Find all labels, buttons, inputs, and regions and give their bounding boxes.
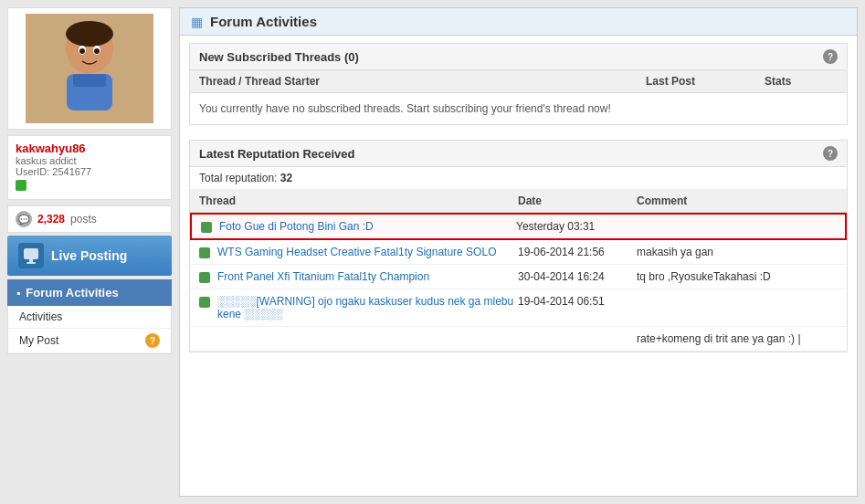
reputation-header: Latest Reputation Received ?: [190, 141, 847, 167]
rep-col-thread-header: Thread: [199, 194, 518, 207]
avatar: [26, 14, 153, 123]
reputation-title: Latest Reputation Received: [199, 147, 355, 161]
reputation-help-icon[interactable]: ?: [823, 146, 838, 161]
rep-thread-anchor-0[interactable]: Foto Gue di Potong Bini Gan :D: [219, 220, 374, 233]
posts-row: 💬 2,328 posts: [7, 205, 172, 233]
rep-col-date-header: Date: [518, 194, 637, 207]
svg-point-2: [66, 21, 113, 47]
rep-row-icon-1: [199, 247, 210, 258]
svg-rect-9: [24, 248, 38, 259]
rep-comment-2: tq bro ,RyosukeTakahasi :D: [637, 270, 838, 283]
subscribed-empty-message: You currently have no subscribed threads…: [190, 93, 847, 124]
subscribed-table-header: Thread / Thread Starter Last Post Stats: [190, 70, 847, 93]
rep-thread-anchor-3[interactable]: ░░░░░[WARNING] ojo ngaku kaskuser kudus …: [217, 295, 513, 320]
rep-thread-link-3: ░░░░░[WARNING] ojo ngaku kaskuser kudus …: [217, 295, 518, 320]
rep-thread-anchor-1[interactable]: WTS Gaming Headset Creative Fatal1ty Sig…: [217, 246, 496, 258]
mypost-help-icon[interactable]: ?: [145, 333, 160, 348]
sidebar: kakwahyu86 kaskus addict UserID: 2541677…: [7, 7, 172, 497]
rep-table-header: Thread Date Comment: [190, 190, 847, 213]
sidebar-item-mypost[interactable]: My Post ?: [8, 329, 171, 353]
forum-activities-icon: ▦: [191, 15, 203, 29]
rep-date-3: 19-04-2014 06:51: [518, 295, 637, 308]
rep-comment-1: makasih ya gan: [637, 246, 838, 258]
col-lastpost-header: Last Post: [646, 75, 765, 88]
subscribed-help-icon[interactable]: ?: [823, 49, 838, 64]
user-role: kaskus addict: [16, 155, 164, 166]
rep-col-comment-header: Comment: [637, 194, 838, 207]
col-thread-header: Thread / Thread Starter: [199, 75, 646, 88]
sidebar-item-activities[interactable]: Activities: [8, 306, 171, 329]
main-content: ▦ Forum Activities New Subscribed Thread…: [179, 7, 858, 497]
rep-thread-link-2: Front Panel Xfi Titanium Fatal1ty Champi…: [217, 270, 518, 283]
online-indicator: [16, 180, 26, 191]
user-id: UserID: 2541677: [16, 166, 164, 177]
live-posting-icon: [18, 243, 44, 268]
rep-row-icon-0: [201, 222, 212, 233]
user-info: kakwahyu86 kaskus addict UserID: 2541677: [7, 135, 172, 200]
section-header: ▦ Forum Activities: [180, 8, 857, 36]
forum-activities-nav-label: Forum Activities: [26, 286, 118, 299]
svg-point-5: [79, 48, 85, 54]
subscribed-threads-header: New Subscribed Threads (0) ?: [190, 44, 847, 70]
rep-thread-link-1: WTS Gaming Headset Creative Fatal1ty Sig…: [217, 246, 518, 258]
forum-activities-nav[interactable]: ▪ Forum Activities: [7, 279, 172, 306]
username[interactable]: kakwahyu86: [16, 142, 164, 155]
avatar-box: [7, 7, 172, 130]
rep-date-0: Yesterday 03:31: [516, 220, 635, 233]
activities-label: Activities: [19, 310, 62, 323]
svg-rect-10: [29, 259, 33, 262]
subscribed-threads-title: New Subscribed Threads (0): [199, 50, 359, 64]
rep-row-0: Foto Gue di Potong Bini Gan :D Yesterday…: [190, 213, 847, 240]
rep-date-2: 30-04-2014 16:24: [518, 270, 637, 283]
rep-comment-4: rate+komeng di trit ane ya gan :) |: [637, 332, 838, 345]
rep-row-4: rate+komeng di trit ane ya gan :) |: [190, 327, 847, 352]
rep-row-icon-2: [199, 272, 210, 283]
posts-count: 2,328: [37, 213, 65, 226]
rep-date-1: 19-06-2014 21:56: [518, 246, 637, 258]
posts-label: posts: [70, 213, 97, 226]
rep-thread-link-0: Foto Gue di Potong Bini Gan :D: [219, 220, 516, 233]
total-reputation: Total reputation: 32: [190, 167, 847, 190]
rep-row-icon-3: [199, 297, 210, 308]
reputation-block: Latest Reputation Received ? Total reput…: [189, 140, 848, 352]
rep-count-value: 32: [280, 172, 292, 184]
sidebar-links: Activities My Post ?: [7, 306, 172, 354]
rep-thread-anchor-2[interactable]: Front Panel Xfi Titanium Fatal1ty Champi…: [217, 270, 429, 283]
rep-row-icon-4: [199, 334, 210, 345]
mypost-label: My Post: [19, 334, 58, 347]
rep-row-2: Front Panel Xfi Titanium Fatal1ty Champi…: [190, 265, 847, 289]
section-title: Forum Activities: [210, 14, 317, 29]
col-stats-header: Stats: [765, 75, 838, 88]
subscribed-threads-block: New Subscribed Threads (0) ? Thread / Th…: [189, 43, 848, 125]
live-posting-button[interactable]: Live Posting: [7, 236, 172, 276]
svg-rect-11: [26, 262, 36, 264]
rep-row-1: WTS Gaming Headset Creative Fatal1ty Sig…: [190, 240, 847, 265]
live-posting-label: Live Posting: [51, 248, 127, 263]
rep-row-3: ░░░░░[WARNING] ojo ngaku kaskuser kudus …: [190, 289, 847, 327]
svg-point-6: [94, 48, 100, 54]
svg-rect-8: [73, 74, 106, 87]
posts-icon: 💬: [16, 211, 32, 227]
forum-activities-nav-icon: ▪: [16, 287, 20, 299]
